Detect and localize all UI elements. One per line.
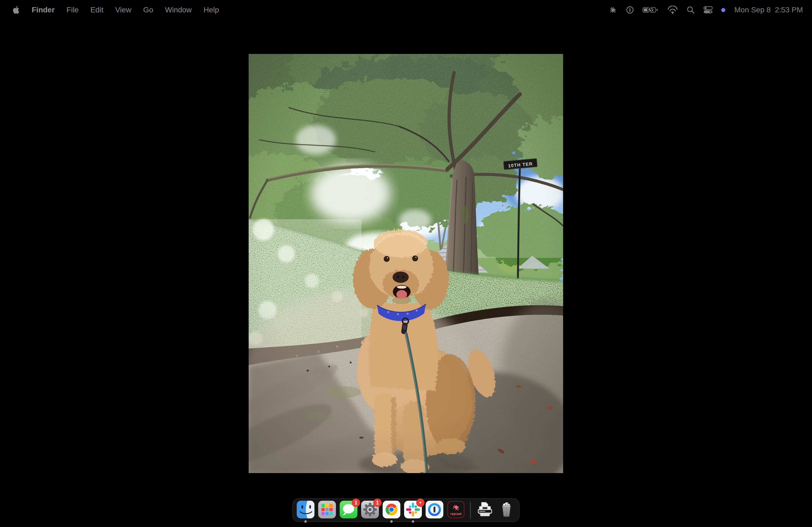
dock-item-raycast[interactable]: raycast xyxy=(447,501,465,518)
launchpad-icon xyxy=(318,501,336,518)
dock-item-trash[interactable] xyxy=(497,501,515,518)
menu-item-view[interactable]: View xyxy=(115,6,131,14)
dock-item-messages[interactable]: 1 xyxy=(340,501,358,518)
apple-menu-icon[interactable] xyxy=(12,6,20,14)
spotlight-search-icon[interactable] xyxy=(686,6,695,14)
dock-item-slack[interactable]: • xyxy=(404,501,422,518)
dock-item-1password[interactable] xyxy=(425,501,443,518)
menu-item-help[interactable]: Help xyxy=(204,6,219,14)
raycast-icon: raycast xyxy=(447,501,465,518)
notification-badge: 1 xyxy=(373,499,381,507)
onepassword-icon xyxy=(425,501,443,518)
menu-bar: Finder File Edit View Go Window Help xyxy=(0,0,812,20)
dock: 1 1 xyxy=(292,498,520,522)
raycast-menubar-icon[interactable] xyxy=(608,5,618,15)
dock-divider xyxy=(470,502,471,519)
running-indicator xyxy=(390,520,393,523)
trash-icon xyxy=(497,501,515,518)
printer-icon xyxy=(476,501,494,518)
dock-item-chrome[interactable] xyxy=(383,501,400,518)
menubar-clock[interactable]: Mon Sep 8 2:53 PM xyxy=(735,6,803,14)
battery-charging-icon[interactable] xyxy=(642,6,659,14)
dock-item-system-settings[interactable]: 1 xyxy=(361,501,379,518)
photo-vignette xyxy=(249,54,563,473)
menu-item-edit[interactable]: Edit xyxy=(90,6,103,14)
raycast-label: raycast xyxy=(450,512,462,516)
control-center-icon[interactable] xyxy=(703,6,713,14)
focus-indicator-dot[interactable] xyxy=(721,8,725,12)
menu-item-go[interactable]: Go xyxy=(143,6,153,14)
menu-item-finder[interactable]: Finder xyxy=(32,6,55,14)
menu-item-window[interactable]: Window xyxy=(165,6,192,14)
running-indicator xyxy=(305,520,307,523)
wifi-icon[interactable] xyxy=(667,6,678,14)
chrome-icon xyxy=(383,501,400,518)
menu-item-file[interactable]: File xyxy=(67,6,79,14)
finder-icon xyxy=(297,501,315,518)
notification-badge: 1 xyxy=(352,499,360,507)
goldendoodle-photo: 10TH TER xyxy=(249,54,563,473)
notification-badge: • xyxy=(416,499,424,507)
photo-viewer-image: 10TH TER xyxy=(249,54,563,473)
dock-item-printer[interactable] xyxy=(476,501,494,518)
onepassword-menubar-icon[interactable] xyxy=(626,6,634,14)
running-indicator xyxy=(412,520,414,523)
dock-item-launchpad[interactable] xyxy=(318,501,336,518)
dock-item-finder[interactable] xyxy=(297,501,315,518)
